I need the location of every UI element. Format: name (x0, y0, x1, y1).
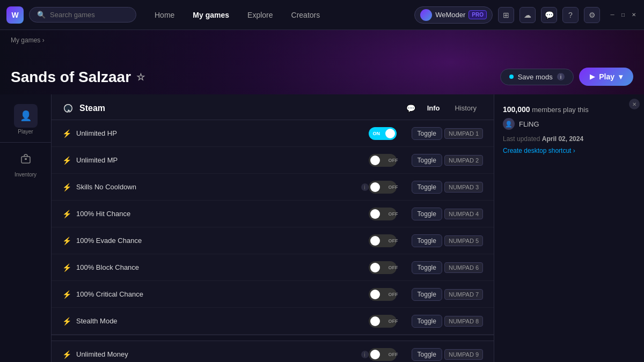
info-icon[interactable]: i (361, 183, 369, 191)
key-tag-numpad8: NUMPAD 8 (444, 316, 483, 327)
toggle-key-btn[interactable]: Toggle (412, 348, 442, 361)
toggle-key-btn[interactable]: Toggle (412, 181, 442, 194)
mod-keys-100-critical: Toggle NUMPAD 7 (412, 288, 483, 301)
mod-row-100-block-chance: ⚡ 100% Block Chance OFF Toggle NUMPAD 6 (52, 254, 494, 281)
app-logo[interactable]: W (6, 6, 24, 24)
mod-name: 100% Hit Chance (76, 210, 369, 218)
close-panel-button[interactable]: ✕ (629, 99, 640, 109)
search-input[interactable] (50, 11, 128, 19)
play-dropdown-arrow: ▾ (619, 72, 623, 81)
creator-name: FLiNG (519, 120, 539, 128)
hero-actions: Save mods i ▶ Play ▾ (500, 68, 633, 86)
game-title: Sands of Salzaar ☆ (11, 69, 145, 86)
toggle-unlimited-mp[interactable]: OFF (369, 154, 401, 167)
platform-header: Steam 💬 Info History (52, 94, 494, 120)
status-dot (509, 75, 514, 79)
nav-creators[interactable]: Creators (284, 8, 328, 23)
mod-row-unlimited-mp: ⚡ Unlimited MP OFF Toggle NUMPAD 2 (52, 147, 494, 174)
toggle-key-btn[interactable]: Toggle (412, 315, 442, 328)
toggle-stealth[interactable]: OFF (369, 315, 401, 328)
last-updated: Last updated April 02, 2024 (503, 135, 635, 143)
maximize-button[interactable]: □ (619, 11, 627, 19)
svg-rect-1 (25, 158, 27, 160)
mod-name: 100% Critical Chance (76, 290, 369, 298)
inventory-mods-section: ⚡ Unlimited Money i OFF Toggle NUMPAD 9 … (52, 341, 494, 362)
bolt-icon: ⚡ (62, 156, 72, 165)
key-tag-numpad4: NUMPAD 4 (444, 209, 483, 219)
mod-name: Skills No Cooldown (76, 183, 359, 191)
top-navigation: W 🔍 Home My games Explore Creators WeMod… (0, 0, 644, 30)
avatar (420, 9, 432, 21)
key-tag-numpad3: NUMPAD 3 (444, 182, 483, 193)
desktop-shortcut-link[interactable]: Create desktop shortcut › (503, 147, 635, 154)
sidebar-item-player[interactable]: 👤 (14, 104, 38, 128)
user-icon: 👤 (505, 121, 513, 128)
help-icon-btn[interactable]: ? (562, 7, 579, 23)
discord-icon-btn[interactable]: 💬 (541, 7, 557, 23)
user-badge[interactable]: WeModer PRO (414, 6, 493, 24)
mod-name: 100% Evade Chance (76, 237, 369, 245)
sidebar-label-inventory: Inventory (14, 172, 36, 178)
key-tag-numpad5: NUMPAD 5 (444, 235, 483, 246)
mod-keys-100-block: Toggle NUMPAD 6 (412, 261, 483, 274)
player-mods-section: ⚡ Unlimited HP ON Toggle NUMPAD 1 (52, 120, 494, 335)
close-button[interactable]: ✕ (630, 11, 638, 19)
toggle-key-btn[interactable]: Toggle (412, 154, 442, 167)
cloud-icon-btn[interactable]: ☁ (519, 7, 536, 23)
nav-links: Home My games Explore Creators (147, 8, 327, 23)
toggle-100-block[interactable]: OFF (369, 261, 401, 274)
pro-badge: PRO (469, 10, 487, 19)
key-tag-numpad9: NUMPAD 9 (444, 349, 483, 360)
minimize-button[interactable]: ─ (609, 11, 616, 19)
mod-name: 100% Block Chance (76, 263, 369, 271)
nav-home[interactable]: Home (147, 8, 182, 23)
toggle-key-btn[interactable]: Toggle (412, 261, 442, 274)
nav-my-games[interactable]: My games (185, 8, 237, 23)
toggle-100-evade[interactable]: OFF (369, 234, 401, 247)
panel-content: 100,000 members play this 👤 FLiNG Last u… (494, 94, 644, 165)
grid-icon-btn[interactable]: ⊞ (498, 7, 514, 23)
mod-row-unlimited-hp: ⚡ Unlimited HP ON Toggle NUMPAD 1 (52, 120, 494, 147)
mod-keys-100-evade: Toggle NUMPAD 5 (412, 234, 483, 247)
mod-row-unlimited-money: ⚡ Unlimited Money i OFF Toggle NUMPAD 9 (52, 341, 494, 362)
toggle-skills-no-cooldown[interactable]: OFF (369, 181, 401, 194)
toggle-key-btn[interactable]: Toggle (412, 288, 442, 301)
info-icon[interactable]: i (361, 351, 369, 358)
toggle-100-critical[interactable]: OFF (369, 288, 401, 301)
bolt-icon: ⚡ (62, 183, 72, 191)
breadcrumb[interactable]: My games › (11, 36, 45, 44)
chat-icon[interactable]: 💬 (406, 104, 415, 113)
search-bar[interactable]: 🔍 (29, 7, 136, 23)
toggle-key-btn[interactable]: Toggle (412, 234, 442, 247)
mod-name: Stealth Mode (76, 317, 369, 325)
save-count-badge: i (557, 73, 565, 80)
play-button[interactable]: ▶ Play ▾ (579, 68, 633, 86)
mod-keys-unlimited-mp: Toggle NUMPAD 2 (412, 154, 483, 167)
toggle-key-btn[interactable]: Toggle (412, 208, 442, 220)
toggle-100-hit[interactable]: OFF (369, 208, 401, 220)
settings-icon-btn[interactable]: ⚙ (584, 7, 600, 23)
mod-name: Unlimited Money (76, 350, 359, 358)
bolt-icon: ⚡ (62, 210, 72, 218)
tab-history[interactable]: History (449, 102, 483, 114)
favorite-icon[interactable]: ☆ (136, 71, 145, 83)
right-panel: ✕ 100,000 members play this 👤 FLiNG Last… (494, 94, 644, 362)
tab-info[interactable]: Info (421, 102, 447, 114)
toggle-key-btn[interactable]: Toggle (412, 127, 442, 140)
sidebar-item-inventory[interactable] (14, 147, 38, 171)
mod-row-stealth-mode: ⚡ Stealth Mode OFF Toggle NUMPAD 8 (52, 308, 494, 335)
nav-explore[interactable]: Explore (240, 8, 280, 23)
mod-row-100-critical: ⚡ 100% Critical Chance OFF Toggle NUMPAD… (52, 281, 494, 308)
mods-content: Steam 💬 Info History ⚡ Unlimited HP ON (52, 94, 494, 362)
main-layout: 👤 Player Inventory Steam (0, 94, 644, 362)
key-tag-numpad2: NUMPAD 2 (444, 155, 483, 166)
save-mods-button[interactable]: Save mods i (500, 69, 574, 85)
toggle-unlimited-money[interactable]: OFF (369, 348, 401, 361)
bolt-icon: ⚡ (62, 129, 72, 138)
nav-right: WeModer PRO ⊞ ☁ 💬 ? ⚙ ─ □ ✕ (414, 6, 638, 24)
hero-section: My games › Sands of Salzaar ☆ Save mods … (0, 30, 644, 94)
mod-keys-unlimited-money: Toggle NUMPAD 9 (412, 348, 483, 361)
mod-name: Unlimited MP (76, 156, 369, 164)
toggle-unlimited-hp[interactable]: ON (369, 127, 401, 140)
members-stat: 100,000 members play this (503, 105, 635, 114)
